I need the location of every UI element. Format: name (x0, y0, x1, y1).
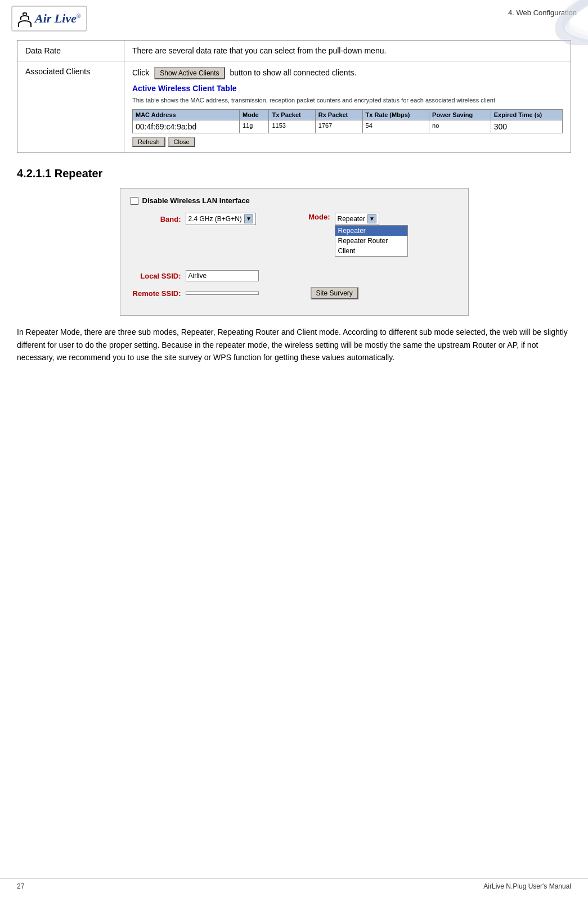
remote-ssid-field: Remote SSID: (131, 289, 299, 298)
client-table-row: 00:4f:69:c4:9a:bd 11g 1153 1767 54 no 30… (133, 120, 563, 133)
logo-area: Air Live® (11, 6, 87, 32)
cell-tx-packet: 1153 (269, 120, 315, 133)
mode-options-list: Repeater Repeater Router Client (335, 225, 408, 257)
chapter-title: 4. Web Configuration (508, 6, 577, 17)
remote-ssid-label: Remote SSID: (131, 289, 181, 298)
site-survey-button[interactable]: Site Survery (311, 287, 358, 299)
remote-ssid-input[interactable] (186, 291, 259, 295)
band-mode-row: Band: 2.4 GHz (B+G+N) ▼ Mode: Repeater ▼… (131, 213, 458, 225)
band-label: Band: (131, 215, 181, 223)
cell-power-saving: no (429, 120, 491, 133)
data-rate-label: Data Rate (17, 41, 124, 61)
close-button[interactable]: Close (168, 137, 195, 147)
cell-rx-packet: 1767 (315, 120, 362, 133)
disable-wireless-label: Disable Wireless LAN Interface (142, 196, 250, 205)
col-expired-time: Expired Time (s) (491, 110, 562, 120)
associated-clients-desc: Click Show Active Clients button to show… (132, 67, 563, 79)
mode-dropdown-arrow-icon: ▼ (367, 214, 376, 223)
band-dropdown[interactable]: 2.4 GHz (B+G+N) ▼ (186, 213, 256, 225)
brand-name: Air Live® (35, 11, 80, 26)
mode-label: Mode: (299, 213, 330, 221)
local-ssid-field: Local SSID: Airlive (131, 270, 299, 281)
active-client-table-title: Active Wireless Client Table (132, 84, 563, 93)
cell-mode: 11g (240, 120, 269, 133)
click-text: Click (132, 68, 151, 77)
disable-wireless-checkbox[interactable] (131, 197, 138, 205)
col-tx-rate: Tx Rate (Mbps) (362, 110, 429, 120)
local-ssid-label: Local SSID: (131, 272, 181, 280)
main-content: Data Rate There are several data rate th… (0, 34, 588, 387)
cell-expired-time: 300 (491, 120, 562, 133)
mode-dropdown-container: Repeater ▼ Repeater Repeater Router Clie… (335, 213, 379, 225)
page-header: Air Live® 4. Web Configuration (0, 0, 588, 34)
mode-field: Mode: Repeater ▼ Repeater Repeater Route… (299, 213, 458, 225)
col-tx-packet: Tx Packet (269, 110, 315, 120)
band-field: Band: 2.4 GHz (B+G+N) ▼ (131, 213, 299, 225)
info-table: Data Rate There are several data rate th… (17, 40, 571, 153)
client-table-buttons: Refresh Close (132, 137, 563, 147)
col-mac-address: MAC Address (133, 110, 240, 120)
manual-title: AirLive N.Plug User's Manual (483, 882, 571, 890)
local-ssid-value: Airlive (188, 272, 207, 280)
cell-mac: 00:4f:69:c4:9a:bd (133, 120, 240, 133)
col-power-saving: Power Saving (429, 110, 491, 120)
signal-icon (18, 10, 32, 27)
mode-option-repeater-router[interactable]: Repeater Router (335, 236, 407, 246)
col-rx-packet: Rx Packet (315, 110, 362, 120)
site-survey-area: Site Survery (311, 287, 358, 299)
button-post-text: button to show all connected clients. (230, 68, 357, 77)
table-row: Associated Clients Click Show Active Cli… (17, 61, 571, 153)
remote-ssid-row: Remote SSID: Site Survery (131, 287, 458, 299)
brand-text: Air Live® (35, 11, 80, 26)
mode-option-repeater[interactable]: Repeater (335, 226, 407, 236)
show-active-clients-button[interactable]: Show Active Clients (154, 67, 225, 79)
table-row: Data Rate There are several data rate th… (17, 41, 571, 61)
active-client-table-desc: This table shows the MAC address, transm… (132, 96, 563, 105)
repeater-description: In Repeater Mode, there are three sub mo… (17, 326, 571, 364)
page-footer: 27 AirLive N.Plug User's Manual (0, 878, 588, 890)
local-ssid-input[interactable]: Airlive (186, 270, 259, 281)
repeater-section-heading: 4.2.1.1 Repeater (17, 167, 571, 180)
associated-clients-content: Click Show Active Clients button to show… (124, 61, 571, 153)
page-number: 27 (17, 882, 24, 890)
repeater-widget: Disable Wireless LAN Interface Band: 2.4… (120, 188, 469, 316)
data-rate-desc: There are several data rate that you can… (124, 41, 571, 61)
client-table-header-row: MAC Address Mode Tx Packet Rx Packet Tx … (133, 110, 563, 120)
mode-option-client[interactable]: Client (335, 246, 407, 256)
logo-box: Air Live® (11, 6, 87, 32)
client-table: MAC Address Mode Tx Packet Rx Packet Tx … (132, 109, 563, 133)
refresh-button[interactable]: Refresh (132, 137, 165, 147)
disable-wireless-row: Disable Wireless LAN Interface (131, 196, 458, 205)
mode-selected-value: Repeater (338, 215, 365, 223)
cell-tx-rate: 54 (362, 120, 429, 133)
mode-dropdown[interactable]: Repeater ▼ (335, 213, 379, 225)
band-dropdown-arrow-icon: ▼ (244, 214, 253, 223)
local-ssid-row: Local SSID: Airlive (131, 270, 458, 281)
associated-clients-label: Associated Clients (17, 61, 124, 153)
active-client-section: Active Wireless Client Table This table … (132, 84, 563, 147)
band-value: 2.4 GHz (B+G+N) (188, 215, 242, 223)
col-mode: Mode (240, 110, 269, 120)
